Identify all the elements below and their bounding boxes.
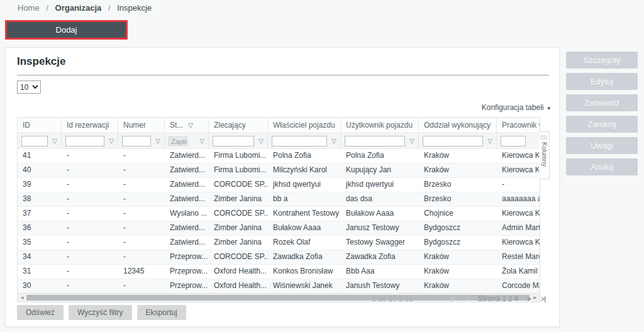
cell-id: 35 (18, 236, 62, 250)
cell-principal: Zimber Janina (209, 221, 268, 235)
filter-funnel-icon[interactable]: ▽ (109, 138, 114, 145)
cell-executing-employee: Żola Kamil (497, 265, 540, 279)
cell-executing-branch: Kraków (419, 163, 497, 177)
details-button[interactable]: Szczegóły (566, 52, 638, 69)
filter-input-principal[interactable] (213, 136, 254, 147)
filter-input-vehicle-user[interactable] (345, 136, 405, 147)
cancel-button[interactable]: Anuluj (566, 158, 638, 175)
cell-executing-branch: Kraków (419, 250, 497, 264)
columns-tab[interactable]: |||| Kolumny (539, 131, 550, 179)
status-filter-chip[interactable]: Zapła (169, 136, 187, 146)
cell-vehicle-user: Janusz Testowy (341, 221, 419, 235)
filter-funnel-icon[interactable]: ▽ (52, 138, 57, 145)
cell-id: 30 (18, 279, 62, 293)
filter-input-id[interactable] (21, 136, 48, 147)
refresh-button[interactable]: Odśwież (17, 305, 64, 320)
column-header-executing-employee[interactable]: Pracownik wy (497, 118, 540, 133)
notes-button[interactable]: Uwagi (566, 137, 638, 154)
inspections-table: IDId rezerwacjiNumerSt...▽ZlecającyWłaśc… (17, 117, 540, 302)
cell-id: 38 (18, 192, 62, 206)
cell-executing-employee: Kierowca Kam (497, 149, 540, 163)
cell-vehicle-user: Testowy Swagger (341, 236, 419, 250)
clear-filters-button[interactable]: Wyczyść filtry (69, 305, 132, 320)
breadcrumb-separator: / (108, 3, 111, 13)
filter-funnel-icon[interactable]: ▽ (155, 138, 160, 145)
filter-funnel-icon[interactable]: ▽ (409, 138, 414, 145)
column-header-label: Użytkownik pojazdu (346, 121, 413, 130)
cell-vehicle-owner: Zawadka Zofia (268, 250, 341, 264)
table-row[interactable]: 39--Zatwierd...CORCODE SP...jkhsd qwerty… (18, 177, 540, 192)
table-row[interactable]: 41--Zatwierd...Firma Lubomi...Polna Zofi… (18, 148, 540, 163)
column-header-vehicle-owner[interactable]: Właściciel pojazdu (268, 118, 341, 133)
cell-executing-branch: Brzesko (419, 178, 497, 192)
column-header-vehicle-user[interactable]: Użytkownik pojazdu (341, 118, 419, 133)
first-page-icon[interactable]: |< (451, 295, 455, 302)
breadcrumb-organizacja[interactable]: Organizacja (55, 3, 102, 13)
column-header-label: Numer (123, 121, 146, 130)
filter-input-reservation-id[interactable] (65, 136, 104, 147)
filter-funnel-icon[interactable]: ▽ (331, 138, 336, 145)
cell-executing-branch: Kraków (419, 265, 497, 279)
table-row[interactable]: 31-12345Przeprow...Oxford Health...Konko… (18, 264, 540, 279)
cell-executing-branch: Kraków (419, 149, 497, 163)
cell-vehicle-user: Bbb Aaa (341, 265, 419, 279)
cell-vehicle-user: jkhsd qwertyui (341, 178, 419, 192)
filter-input-executing-branch[interactable] (423, 136, 483, 147)
cell-principal: CORCODE SP... (209, 250, 268, 264)
cell-principal: CORCODE SP... (209, 178, 268, 192)
inspections-panel: Inspekcje 10 Konfiguracja tabeli▾ IDId r… (5, 47, 560, 327)
filter-input-executing-employee[interactable] (501, 136, 526, 147)
table-row[interactable]: 40--Zatwierd...Firma Lubomi...Milczyński… (18, 163, 540, 177)
cell-reservation-id: - (62, 163, 118, 177)
cell-id: 34 (18, 250, 62, 264)
column-header-principal[interactable]: Zlecający (209, 118, 268, 133)
cell-vehicle-owner: Rozek Olaf (268, 236, 341, 250)
column-header-executing-branch[interactable]: Oddział wykonujący (419, 118, 497, 133)
table-row[interactable]: 34--Przeprow...CORCODE SP...Zawadka Zofi… (18, 250, 540, 264)
table-header-row: IDId rezerwacjiNumerSt...▽ZlecającyWłaśc… (18, 118, 540, 133)
cell-number: - (118, 178, 165, 192)
table-config-dropdown[interactable]: Konfiguracja tabeli▾ (482, 103, 550, 112)
scroll-left-icon[interactable]: ◄ (19, 294, 25, 302)
filter-input-vehicle-owner[interactable] (272, 136, 327, 147)
cell-executing-employee: Corcode Mar (497, 279, 540, 293)
column-header-id[interactable]: ID (18, 118, 62, 133)
filter-funnel-icon[interactable]: ▽ (258, 138, 264, 145)
table-row[interactable]: 37--Wysłano ...CORCODE SP...Kontrahent T… (18, 206, 540, 221)
last-page-icon[interactable]: >| (541, 295, 545, 302)
table-row[interactable]: 35--Zatwierd...Zimber JaninaRozek OlafTe… (18, 235, 540, 250)
table-row[interactable]: 38--Zatwierd...Zimber Janinabb adas dsaB… (18, 192, 540, 206)
cell-executing-employee: Admin Marta (497, 221, 540, 235)
cell-status: Zatwierd... (165, 149, 209, 163)
filter-funnel-icon[interactable]: ▽ (199, 138, 204, 145)
filter-input-number[interactable] (122, 136, 151, 147)
previous-page-icon[interactable]: < (465, 295, 469, 302)
cell-reservation-id: - (62, 236, 118, 250)
column-header-status[interactable]: St...▽ (165, 118, 209, 133)
cell-status: Zatwierd... (165, 192, 209, 206)
cell-executing-branch: Kraków (419, 279, 497, 293)
cell-principal: Zimber Janina (209, 192, 268, 206)
table-row[interactable]: 36--Zatwierd...Zimber JaninaBułakow Aaaa… (18, 221, 540, 235)
cell-executing-employee: Restel Marcin (497, 250, 540, 264)
cell-id: 36 (18, 221, 62, 235)
breadcrumb: Home / Organizacja / Inspekcje (18, 3, 152, 13)
add-button[interactable]: Dodaj (5, 20, 128, 40)
active-filter-funnel-icon[interactable]: ▽ (188, 122, 193, 129)
breadcrumb-home[interactable]: Home (18, 3, 40, 13)
filter-funnel-icon[interactable]: ▽ (487, 138, 492, 145)
edit-button[interactable]: Edytuj (566, 73, 638, 90)
column-header-label: Zlecający (214, 121, 246, 130)
export-button[interactable]: Eksportuj (137, 305, 186, 320)
column-header-number[interactable]: Numer (118, 118, 165, 133)
next-page-icon[interactable]: > (527, 295, 530, 302)
approve-button[interactable]: Zatwierdź (566, 94, 638, 111)
column-header-label: Oddział wykonujący (424, 121, 491, 130)
close-button[interactable]: Zamknij (566, 116, 638, 133)
cell-number: - (118, 192, 165, 206)
table-row[interactable]: 30--Przeprow...Oxford Health...Wiśniewsk… (18, 279, 540, 293)
column-header-reservation-id[interactable]: Id rezerwacji (62, 118, 118, 133)
cell-executing-branch: Bydgoszcz (419, 236, 497, 250)
page-size-select[interactable]: 10 (17, 80, 41, 94)
cell-vehicle-user: Zawadka Zofia (341, 250, 419, 264)
